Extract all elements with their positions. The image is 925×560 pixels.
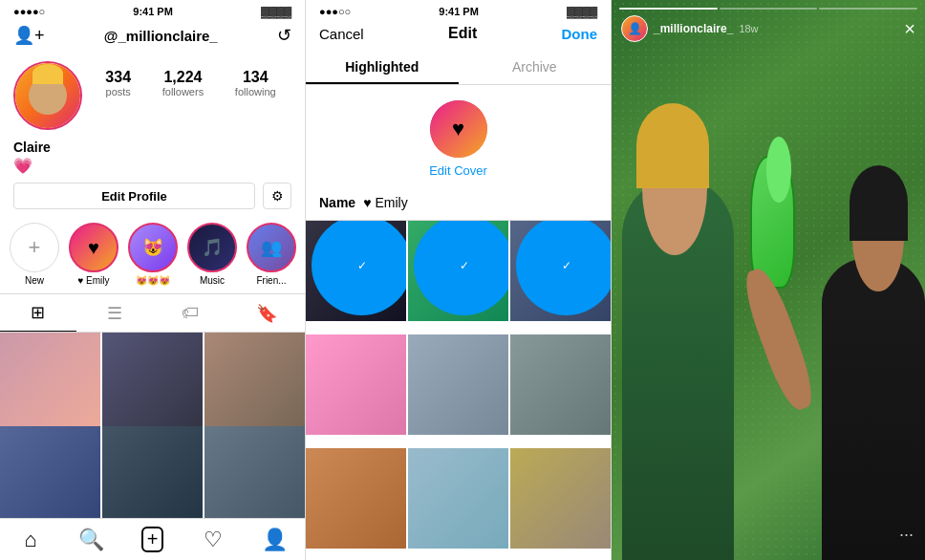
time-display: 9:41 PM <box>133 6 173 17</box>
story-username: _millionclaire_ <box>654 22 733 35</box>
name-field-label: Name <box>319 195 355 210</box>
tag-view-tab[interactable]: 🏷 <box>153 294 229 332</box>
story-background <box>612 0 925 560</box>
posts-stat[interactable]: 334 posts <box>105 69 131 97</box>
story-header: 👤 _millionclaire_ 18w × <box>612 8 925 42</box>
story-more-button[interactable]: ··· <box>899 525 914 545</box>
stories-row: + New ♥ ♥ Emily 😻 😻😻😻 🎵 Music 👥 <box>0 219 305 293</box>
photo-cell-3[interactable] <box>204 333 305 433</box>
photo-cell-1[interactable] <box>0 333 100 433</box>
story-music[interactable]: 🎵 Music <box>187 223 237 286</box>
cover-section: ♥ Edit Cover <box>306 85 611 189</box>
story-emily-label: ♥ Emily <box>77 275 109 286</box>
photo-cell-5[interactable] <box>102 426 203 518</box>
followers-stat[interactable]: 1,224 followers <box>162 69 204 97</box>
settings-button[interactable]: ⚙ <box>263 183 291 209</box>
posts-label: posts <box>105 86 131 97</box>
cover-thumbnail[interactable]: ♥ <box>430 100 487 158</box>
profile-nav-item[interactable]: 👤 <box>244 527 305 552</box>
following-count: 134 <box>235 69 276 86</box>
saved-view-tab[interactable]: 🔖 <box>228 294 305 332</box>
search-nav-item[interactable]: 🔍 <box>61 527 122 552</box>
grid-view-tab[interactable]: ⊞ <box>0 294 76 332</box>
story-music-icon: 🎵 <box>202 237 223 258</box>
photo-cell-6[interactable] <box>204 426 305 518</box>
profile-nav-icon: 👤 <box>262 528 288 552</box>
home-nav-item[interactable]: ⌂ <box>0 527 61 552</box>
story-friends-circle: 👥 <box>247 223 296 272</box>
list-view-tab[interactable]: ☰ <box>76 294 153 332</box>
posts-count: 334 <box>105 69 131 86</box>
edit-profile-button[interactable]: Edit Profile <box>13 183 255 209</box>
avatar[interactable] <box>13 61 82 130</box>
edit-cover-button[interactable]: Edit Cover <box>429 163 487 178</box>
photo-grid <box>0 333 305 518</box>
settings-gear-icon: ⚙ <box>271 188 284 204</box>
profile-stats-section: 334 posts 1,224 followers 134 following <box>0 54 305 140</box>
edit-cell-9[interactable] <box>510 448 611 549</box>
battery-icon-2: ▓▓▓▓ <box>567 6 597 17</box>
story-friends[interactable]: 👥 Frien... <box>247 223 296 286</box>
followers-label: followers <box>162 86 204 97</box>
following-label: following <box>235 86 276 97</box>
emily-text: Emily <box>375 195 407 210</box>
username-display: @_millionclaire_ <box>104 28 218 44</box>
done-button[interactable]: Done <box>561 26 597 42</box>
story-cats[interactable]: 😻 😻😻😻 <box>128 223 178 286</box>
heart-icon: ♡ <box>204 528 223 552</box>
add-icon: + <box>141 527 164 552</box>
story-cats-circle: 😻 <box>128 223 178 272</box>
edit-story-panel: ●●●○○ 9:41 PM ▓▓▓▓ Cancel Edit Done High… <box>306 0 612 560</box>
activity-nav-item[interactable]: ♡ <box>183 527 244 552</box>
profile-actions: Edit Profile ⚙ <box>0 183 305 219</box>
add-account-icon[interactable]: 👤+ <box>13 25 45 46</box>
edit-cell-5[interactable] <box>408 334 508 435</box>
profile-navbar: 👤+ @_millionclaire_ ↺ <box>0 21 305 54</box>
story-emily-icon: ♥ <box>88 237 99 259</box>
photo-cell-4[interactable] <box>0 426 100 518</box>
story-view-panel[interactable]: 👤 _millionclaire_ 18w × ··· <box>612 0 925 560</box>
name-field-value[interactable]: ♥ Emily <box>363 195 408 210</box>
archive-tab-label: Archive <box>512 59 557 75</box>
edit-cell-8[interactable] <box>408 448 508 549</box>
edit-cell-4[interactable] <box>306 334 406 435</box>
highlighted-tab[interactable]: Highlighted <box>306 52 459 84</box>
dots-icon: ··· <box>899 525 914 544</box>
edit-cell-3[interactable]: ✓ <box>510 221 611 321</box>
plus-icon: + <box>29 235 41 260</box>
home-icon: ⌂ <box>24 528 36 552</box>
story-avatar-icon: 👤 <box>628 22 642 35</box>
story-emily[interactable]: ♥ ♥ Emily <box>69 223 118 286</box>
profile-emoji: 💗 <box>13 157 291 175</box>
story-cats-icon: 😻 <box>142 237 163 258</box>
history-icon[interactable]: ↺ <box>277 25 291 46</box>
story-cats-label: 😻😻😻 <box>136 275 170 286</box>
edit-cell-1[interactable]: ✓ <box>306 221 406 321</box>
archive-tab[interactable]: Archive <box>459 52 612 84</box>
following-stat[interactable]: 134 following <box>235 69 276 97</box>
bottom-navigation: ⌂ 🔍 + ♡ 👤 <box>0 518 305 560</box>
profile-info: Claire 💗 <box>0 140 305 183</box>
edit-cell-6[interactable] <box>510 334 611 435</box>
edit-cell-2[interactable]: ✓ <box>408 221 508 321</box>
story-user-info: 👤 _millionclaire_ 18w <box>621 15 759 42</box>
cancel-button[interactable]: Cancel <box>319 26 364 42</box>
content-tabs: ⊞ ☰ 🏷 🔖 <box>0 293 305 333</box>
status-bar-2: ●●●○○ 9:41 PM ▓▓▓▓ <box>306 0 611 21</box>
add-nav-item[interactable]: + <box>122 527 183 552</box>
story-user-avatar: 👤 <box>621 15 648 42</box>
edit-cell-7[interactable] <box>306 448 406 549</box>
progress-segment-3 <box>819 8 917 10</box>
battery-icon: ▓▓▓▓ <box>261 6 291 17</box>
story-user-row: 👤 _millionclaire_ 18w × <box>612 15 925 42</box>
stats-numbers: 334 posts 1,224 followers 134 following <box>90 61 291 97</box>
followers-count: 1,224 <box>162 69 204 86</box>
story-friends-label: Frien... <box>256 275 286 286</box>
story-new[interactable]: + New <box>10 223 59 286</box>
photo-cell-2[interactable] <box>102 333 203 433</box>
heart-emoji: ♥ <box>363 195 371 210</box>
signal-icon: ●●●●○ <box>13 6 45 17</box>
close-story-button[interactable]: × <box>904 19 915 38</box>
edit-tabs: Highlighted Archive <box>306 52 611 85</box>
story-new-label: New <box>25 275 44 286</box>
